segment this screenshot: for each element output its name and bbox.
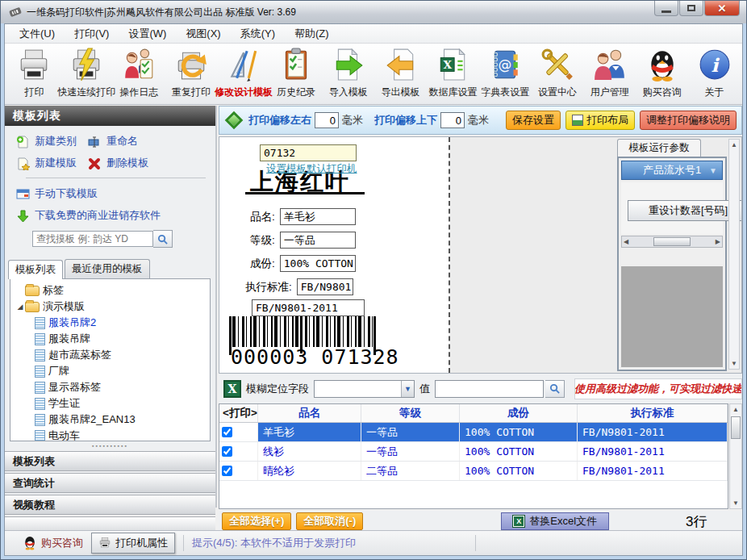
table-row[interactable]: 晴纶衫 二等品 100% COTTON FB/N9801-2011 xyxy=(219,462,728,481)
toolbar-repeat-print[interactable]: 重复打印 xyxy=(165,45,218,103)
menu-settings[interactable]: 设置(W) xyxy=(120,24,177,44)
save-settings-button[interactable]: 保存设置 xyxy=(506,111,561,130)
menu-bar: 文件(U) 打印(V) 设置(W) 视图(X) 系统(Y) 帮助(Z) xyxy=(5,24,742,44)
scroll-right-icon[interactable]: ▶ xyxy=(716,238,720,245)
design-template-icon xyxy=(225,45,262,84)
scroll-down-icon[interactable]: ▼ xyxy=(732,499,739,507)
toolbar-about[interactable]: i 关于 xyxy=(688,45,741,103)
menu-help[interactable]: 帮助(Z) xyxy=(286,24,340,44)
scroll-thumb[interactable] xyxy=(653,237,691,246)
minimize-button[interactable] xyxy=(654,1,678,16)
offset-lr-input[interactable] xyxy=(315,112,339,128)
toolbar-quick-print[interactable]: 快速连续打印 xyxy=(61,45,113,103)
scroll-left-icon[interactable]: ◀ xyxy=(624,238,628,245)
operation-log-icon xyxy=(120,45,157,84)
tree-item-template[interactable]: 超市蔬菜标签 xyxy=(15,347,210,363)
filter-search-button[interactable] xyxy=(545,380,565,398)
splitter-handle[interactable]: ▪▪▪▪▪▪▪▪▪▪ xyxy=(5,441,215,449)
rename-link[interactable]: 重命名 xyxy=(106,134,138,148)
offset-ud-input[interactable] xyxy=(440,112,465,128)
grid-bottom-bar: 全部选择(+) 全部取消(-) X替换Excel文件 3行 xyxy=(219,511,742,532)
data-grid: <打印> 品名 等级 成份 执行标准 羊毛衫 一等品 100% COTTON F… xyxy=(219,403,728,509)
delete-template-link[interactable]: 删除模板 xyxy=(106,156,148,170)
filter-field-label: 模糊定位字段 xyxy=(246,382,309,396)
row-print-checkbox[interactable] xyxy=(222,446,232,457)
param-group-header[interactable]: 产品流水号1▼ xyxy=(621,161,723,180)
download-free-link[interactable]: 下载免费的商业进销存软件 xyxy=(35,208,161,223)
toolbar-print[interactable]: 打印 xyxy=(8,45,61,103)
row-print-checkbox[interactable] xyxy=(222,466,232,476)
row-print-checkbox[interactable] xyxy=(222,427,232,437)
toolbar-import-template[interactable]: 导入模板 xyxy=(322,45,374,103)
label-code-input[interactable] xyxy=(260,144,357,161)
maximize-button[interactable] xyxy=(679,1,703,16)
scroll-up-icon[interactable]: ▲ xyxy=(731,141,737,148)
label-canvas[interactable]: 设置模板默认打印机 上海红叶 品名: 羊毛衫 等级: 一等品 成份: 100% … xyxy=(219,137,450,373)
menu-file[interactable]: 文件(U) xyxy=(11,24,66,44)
tree-item-template[interactable]: 厂牌 xyxy=(15,363,210,379)
scroll-down-icon[interactable]: ▼ xyxy=(731,360,737,367)
print-layout-button[interactable]: 打印布局 xyxy=(565,111,635,130)
expand-arrow-icon[interactable]: ◢ xyxy=(15,303,25,311)
toolbar-settings-center[interactable]: 设置中心 xyxy=(532,45,584,103)
accordion-query-stats[interactable]: 查询统计 xyxy=(5,473,215,493)
reset-counter-button[interactable]: 重设计数器[号码] xyxy=(628,200,742,221)
search-template-input[interactable] xyxy=(32,231,153,247)
deselect-all-button[interactable]: 全部取消(-) xyxy=(296,512,363,530)
table-row[interactable]: 线衫 一等品 100% COTTON FB/N9801-2011 xyxy=(219,442,728,462)
close-icon: ✕ xyxy=(718,2,727,15)
user-management-icon xyxy=(591,45,628,84)
toolbar-operation-log[interactable]: 操作日志 xyxy=(113,45,165,103)
params-hscrollbar[interactable]: ◀▶ xyxy=(621,236,723,248)
tree-folder-root[interactable]: 标签 xyxy=(15,282,210,299)
printer-properties-button[interactable]: 打印机属性 xyxy=(91,533,175,554)
tab-run-params[interactable]: 模板运行参数 xyxy=(617,139,701,157)
replace-excel-button[interactable]: X替换Excel文件 xyxy=(501,512,609,530)
select-all-button[interactable]: 全部选择(+) xyxy=(222,512,291,530)
scroll-up-icon[interactable]: ▲ xyxy=(732,406,739,413)
buy-consult-link[interactable]: 购买咨询 xyxy=(23,535,83,551)
tree-item-template[interactable]: 服装吊牌2_EAN13 xyxy=(15,412,210,428)
new-template-link[interactable]: 新建模版 xyxy=(35,156,77,170)
accordion-template-list[interactable]: 模板列表 xyxy=(5,451,215,471)
toolbar-design-template[interactable]: 修改设计模板 xyxy=(217,45,269,103)
search-template-button[interactable] xyxy=(153,230,173,248)
col-composition[interactable]: 成份 xyxy=(460,404,578,422)
menu-print[interactable]: 打印(V) xyxy=(66,24,120,44)
tab-template-list[interactable]: 模板列表 xyxy=(8,260,63,279)
adjust-offset-help-button[interactable]: 调整打印偏移说明 xyxy=(640,111,737,130)
menu-view[interactable]: 视图(X) xyxy=(177,24,232,44)
accordion-video-tutorial[interactable]: 视频教程 xyxy=(5,495,215,515)
params-empty-area xyxy=(621,266,723,367)
col-standard[interactable]: 执行标准 xyxy=(578,404,728,422)
menu-system[interactable]: 系统(Y) xyxy=(232,24,286,44)
table-row[interactable]: 羊毛衫 一等品 100% COTTON FB/N9801-2011 xyxy=(219,423,728,442)
grid-vscrollbar[interactable]: ▲▼ xyxy=(729,403,742,509)
scroll-thumb[interactable] xyxy=(731,416,741,439)
close-button[interactable]: ✕ xyxy=(704,1,740,16)
toolbar-user-management[interactable]: 用户管理 xyxy=(583,45,636,103)
col-name[interactable]: 品名 xyxy=(258,404,361,422)
tree-item-template[interactable]: 服装吊牌2 xyxy=(15,315,210,331)
filter-field-select[interactable]: ▼ xyxy=(314,380,415,398)
manual-download-link[interactable]: 手动下载模版 xyxy=(35,186,98,201)
toolbar-history[interactable]: 历史纪录 xyxy=(269,45,322,103)
toolbar-database-settings[interactable]: X 数据库设置 xyxy=(427,45,479,103)
app-icon xyxy=(9,6,22,18)
tree-item-template[interactable]: 显示器标签 xyxy=(15,379,210,395)
new-category-link[interactable]: 新建类别 xyxy=(35,134,77,148)
preview-vscrollbar[interactable]: ▲▼ xyxy=(728,139,740,370)
tree-item-template[interactable]: 服装吊牌 xyxy=(15,331,210,347)
tab-recent-templates[interactable]: 最近使用的模板 xyxy=(65,259,150,278)
tree-folder-demo[interactable]: ◢演示模版 xyxy=(15,299,210,315)
toolbar-export-template[interactable]: 导出模板 xyxy=(374,45,427,103)
filter-value-input[interactable] xyxy=(435,380,544,398)
toolbar-purchase-consult[interactable]: 购买咨询 xyxy=(636,45,688,103)
col-grade[interactable]: 等级 xyxy=(361,404,460,422)
set-default-printer-link[interactable]: 设置模板默认打印机 xyxy=(266,162,357,176)
col-print[interactable]: <打印> xyxy=(219,404,258,422)
toolbar-dictionary-settings[interactable]: @ 字典表设置 xyxy=(479,45,532,103)
tree-item-template[interactable]: 电动车 xyxy=(15,428,210,441)
window-title: 一维条码打印软件|苏州飚风软件有限公司出品 标准版 Ver: 3.69 xyxy=(27,6,296,19)
tree-item-template[interactable]: 学生证 xyxy=(15,395,210,412)
